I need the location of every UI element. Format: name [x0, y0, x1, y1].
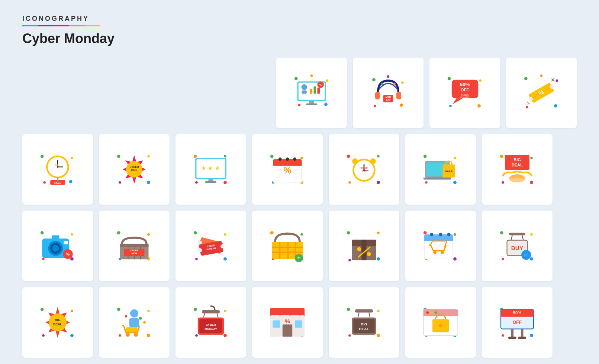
cyber-monday-sign-card[interactable]: CYBER MONDAY — [175, 287, 246, 358]
cyber-mon-clock-card[interactable]: CYBER MON — [329, 134, 399, 205]
svg-text:OFF: OFF — [461, 88, 469, 92]
svg-point-104 — [352, 158, 358, 164]
svg-text:CYBER: CYBER — [130, 249, 138, 251]
svg-rect-287 — [518, 337, 526, 339]
svg-text:50%: 50% — [460, 82, 470, 87]
svg-point-29 — [479, 79, 482, 82]
svg-point-112 — [454, 157, 456, 159]
svg-point-74 — [195, 181, 198, 184]
svg-text:50%: 50% — [513, 311, 521, 315]
cyber-mon-badge-card[interactable]: CYBER MON — [99, 134, 170, 205]
svg-marker-33 — [453, 98, 463, 104]
svg-point-254 — [377, 334, 380, 337]
svg-line-203 — [511, 235, 512, 240]
svg-text:SALE: SALE — [445, 170, 453, 173]
svg-rect-11 — [317, 88, 320, 94]
svg-point-122 — [502, 181, 504, 184]
svg-line-50 — [527, 102, 530, 104]
svg-point-230 — [194, 308, 197, 311]
store-percent-card[interactable]: % — [252, 287, 323, 358]
camera-percent-card[interactable]: % — [22, 211, 93, 281]
svg-text:+: + — [297, 254, 300, 261]
svg-text:★: ★ — [201, 165, 206, 171]
clock-sale-card[interactable]: 24 SALE — [22, 134, 93, 205]
svg-point-20 — [387, 75, 390, 78]
svg-rect-96 — [276, 177, 281, 178]
svg-text:DAY: DAY — [386, 99, 390, 101]
browser-bag-card[interactable] — [405, 287, 476, 358]
cyber-monday-tickets-card[interactable]: CYBER MONDAY — [175, 211, 246, 281]
svg-point-199 — [530, 233, 533, 236]
monitor-stats-card[interactable]: % — [276, 58, 347, 128]
cyber-monday-chat-card[interactable]: 50% OFF CYBER MONDAY — [429, 58, 500, 128]
buy-sign-card[interactable]: BUY 🛒 — [482, 211, 553, 281]
svg-point-177 — [377, 232, 380, 234]
laptop-sale-bag-card[interactable]: SALE — [405, 134, 476, 205]
svg-text:MONDAY: MONDAY — [205, 327, 217, 331]
shopping-basket-plus-card[interactable]: + — [252, 211, 323, 281]
svg-point-276 — [502, 334, 504, 337]
svg-rect-236 — [202, 310, 220, 313]
svg-point-51 — [41, 155, 44, 158]
calendar-cart-card[interactable] — [405, 211, 476, 281]
svg-point-153 — [224, 233, 226, 236]
svg-point-165 — [300, 233, 303, 236]
svg-point-152 — [194, 231, 197, 234]
svg-rect-117 — [424, 178, 451, 180]
svg-point-42 — [540, 75, 543, 77]
svg-point-114 — [453, 181, 457, 184]
big-deal-handshake-card[interactable]: BIG DEAL — [482, 134, 553, 205]
svg-point-183 — [357, 247, 361, 251]
color-bar-2 — [38, 25, 54, 26]
svg-point-211 — [71, 310, 73, 312]
cart-person-card[interactable] — [99, 287, 170, 358]
svg-point-123 — [530, 181, 533, 184]
headset-monday-card[interactable]: MON DAY — [353, 58, 424, 128]
svg-text:MON: MON — [132, 252, 137, 254]
svg-point-200 — [502, 258, 504, 260]
svg-point-228 — [143, 321, 146, 324]
svg-point-229 — [125, 315, 128, 318]
svg-point-213 — [70, 334, 74, 337]
svg-point-27 — [393, 83, 396, 85]
svg-rect-285 — [521, 329, 524, 338]
svg-point-28 — [448, 77, 451, 80]
row3: BIG DEAL — [22, 287, 577, 358]
svg-rect-9 — [310, 89, 313, 94]
svg-point-198 — [500, 231, 503, 234]
svg-text:%: % — [283, 165, 292, 175]
svg-point-19 — [400, 104, 403, 107]
svg-point-101 — [377, 181, 380, 184]
svg-rect-284 — [511, 329, 514, 338]
svg-point-201 — [530, 257, 533, 261]
svg-point-232 — [195, 334, 198, 337]
svg-point-224 — [126, 333, 130, 337]
big-deal-sign-card[interactable]: BIG DEAL — [329, 287, 399, 358]
svg-rect-226 — [126, 327, 138, 332]
svg-point-193 — [430, 233, 433, 236]
svg-point-4 — [310, 75, 313, 77]
svg-point-52 — [71, 157, 73, 159]
monitor-stars-card[interactable]: ★ ★ ★ — [175, 134, 246, 205]
svg-point-210 — [41, 308, 44, 311]
top-row: % — [22, 58, 577, 128]
svg-point-219 — [147, 310, 150, 312]
calendar-percent-card[interactable]: % — [252, 134, 323, 205]
discount-ticket-card[interactable]: % — [506, 58, 577, 128]
svg-point-75 — [223, 181, 227, 184]
svg-rect-21 — [375, 92, 380, 100]
svg-point-184 — [367, 252, 371, 256]
billboard-50off-card[interactable]: 50% OFF — [482, 287, 553, 358]
big-deal-badge-card[interactable]: BIG DEAL — [22, 287, 93, 358]
svg-point-220 — [119, 334, 121, 337]
svg-point-186 — [424, 231, 427, 234]
svg-point-189 — [453, 257, 457, 261]
svg-point-227 — [139, 317, 142, 320]
svg-rect-182 — [361, 240, 366, 260]
svg-point-3 — [324, 103, 328, 106]
svg-point-194 — [439, 233, 442, 236]
svg-point-178 — [348, 259, 351, 261]
svg-point-73 — [224, 155, 226, 158]
cyber-mon-basket-card[interactable]: CYBER MON — [99, 211, 170, 281]
box-percent-card[interactable] — [329, 211, 399, 281]
